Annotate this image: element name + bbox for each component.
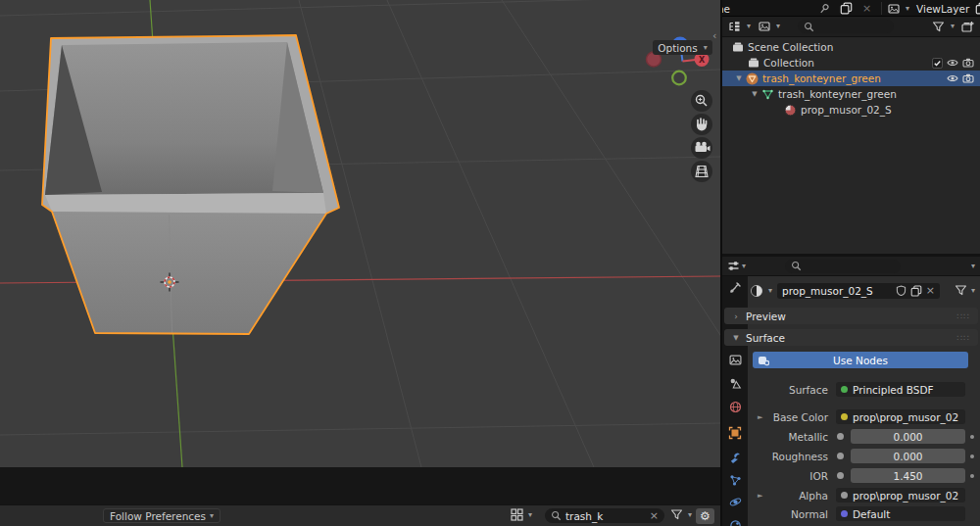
viewport-canvas[interactable]: Z X ‹ [0, 0, 720, 467]
hide-eye-icon[interactable] [947, 72, 958, 84]
model-rim-lip [45, 193, 326, 214]
surface-shader-dropdown[interactable]: Principled BSDF [836, 382, 965, 397]
asset-search-value: trash_k [565, 510, 646, 522]
pin-icon[interactable] [818, 3, 830, 15]
import-method-dropdown[interactable]: Follow Preferences▾ [103, 508, 220, 523]
disable-render-icon[interactable] [962, 72, 974, 84]
gizmo-y-ring[interactable] [672, 72, 686, 85]
animate-dot[interactable] [970, 474, 974, 478]
display-mode-button[interactable]: ▾ [511, 508, 532, 521]
socket-dot-icon[interactable] [837, 433, 844, 440]
zoom-button[interactable] [691, 90, 712, 112]
viewlayer-chevron[interactable]: ▾ [906, 5, 909, 13]
vector-dot-icon [841, 510, 848, 517]
material-filter-button[interactable]: ▾ [955, 284, 975, 297]
search-icon [551, 510, 562, 521]
svg-text:X: X [699, 56, 706, 65]
asset-browser-bar: Follow Preferences▾ ▾ trash_k × ▾ ⚙ [0, 504, 720, 526]
outliner-editor-chevron[interactable]: ▾ [747, 23, 751, 30]
pan-button[interactable] [691, 114, 712, 135]
normal-input[interactable]: Default [836, 506, 965, 521]
collapse-arrow-icon: › [732, 311, 740, 321]
expand-arrow-icon: ▼ [732, 334, 740, 342]
new-collection-icon[interactable] [961, 21, 974, 33]
base-color-row: ► Base Color prop\prop_musor_02 [722, 409, 980, 424]
outliner-row-object-selected[interactable]: ▼ trash_konteyner_green [722, 71, 980, 86]
properties-search-input[interactable] [785, 260, 901, 273]
unlink-material-icon[interactable]: × [926, 285, 935, 296]
alpha-row: ► Alpha prop\prop_musor_02 [722, 488, 980, 502]
disclosure-triangle[interactable]: ▼ [735, 74, 743, 82]
outliner-panel: Scene Collection Collection ▼ trash_kont… [722, 37, 980, 254]
mesh-data-icon [761, 88, 774, 101]
properties-search-icon [791, 261, 802, 271]
outliner-editor-icon[interactable] [728, 21, 741, 33]
copy-material-icon[interactable] [910, 285, 922, 297]
roughness-slider[interactable]: 0.000 [851, 449, 965, 463]
properties-panel: ▾ prop_musor_02_S × ▾ › Preview ∷∷ ▼ Sur… [722, 276, 980, 526]
tab-tool[interactable] [722, 276, 748, 298]
material-name-field[interactable]: prop_musor_02_S × [777, 283, 940, 299]
asset-filter-button[interactable]: ▾ [670, 508, 692, 521]
gear-icon: ⚙ [700, 509, 710, 523]
outliner-row-mesh-data[interactable]: ▼ trash_konteyner_green [722, 86, 980, 102]
roughness-row: Roughness 0.000 [722, 449, 980, 463]
panel-grip[interactable]: ∷∷ [957, 311, 970, 321]
panel-grip[interactable]: ∷∷ [957, 333, 970, 343]
disable-render-icon[interactable] [962, 57, 974, 69]
preview-panel-header[interactable]: › Preview ∷∷ [724, 308, 978, 324]
material-slot-chevron[interactable]: ▾ [768, 287, 772, 295]
outliner-header: ▾ ▾ ▾ [722, 17, 980, 37]
display-mode-icon[interactable] [759, 21, 770, 32]
viewport-nav-buttons [691, 90, 712, 182]
ior-slider[interactable]: 1.450 [851, 468, 965, 483]
options-button[interactable]: Options▾ [653, 40, 712, 55]
material-slot-icon[interactable] [750, 284, 763, 298]
collection-icon [732, 41, 744, 53]
socket-dot-icon[interactable] [837, 472, 844, 479]
clear-search-icon[interactable]: × [650, 510, 659, 521]
outliner-search-icon [804, 22, 814, 32]
animate-dot[interactable] [970, 454, 974, 458]
outliner-row-collection[interactable]: Collection [722, 55, 980, 71]
shader-dot-icon [841, 386, 848, 393]
socket-dot-icon[interactable] [837, 453, 844, 459]
properties-editor-chevron[interactable]: ▾ [742, 263, 746, 270]
viewport-region[interactable]: Z X ‹ [0, 0, 720, 467]
orthographic-grid-button[interactable] [691, 161, 712, 182]
object-origin-dot [168, 280, 172, 284]
outliner-search-input[interactable] [798, 20, 894, 33]
properties-options-chevron[interactable]: ▾ [971, 263, 975, 270]
outliner-filter-icon[interactable] [932, 21, 945, 33]
sidebar-collapse-arrow[interactable]: ‹ [712, 29, 716, 42]
properties-editor-icon[interactable] [727, 260, 740, 272]
camera-view-button[interactable] [691, 137, 712, 159]
copy-scene-icon[interactable] [840, 2, 853, 15]
fake-user-shield-icon[interactable] [896, 285, 906, 296]
outliner-row-scene-collection[interactable]: Scene Collection [722, 39, 980, 55]
exclude-checkbox[interactable] [932, 58, 943, 69]
model-body [52, 212, 326, 334]
trash-container-model[interactable] [42, 35, 339, 334]
tab-view-layer[interactable] [722, 349, 748, 370]
surface-shader-row: Surface Principled BSDF [722, 382, 980, 397]
alpha-input[interactable]: prop\prop_musor_02 [836, 488, 965, 502]
material-icon [784, 104, 797, 117]
unlink-scene-icon[interactable]: × [862, 3, 871, 14]
hide-eye-icon[interactable] [947, 57, 958, 69]
viewlayer-name[interactable]: ViewLayer [916, 3, 971, 15]
copy-viewlayer-icon[interactable] [975, 2, 980, 15]
surface-panel-header[interactable]: ▼ Surface ∷∷ [724, 329, 978, 346]
animate-dot[interactable] [970, 435, 974, 439]
filter-icon [670, 508, 683, 521]
metallic-slider[interactable]: 0.000 [851, 429, 965, 444]
disclosure-triangle[interactable]: ▼ [751, 90, 759, 98]
outliner-row-material[interactable]: prop_musor_02_S [722, 102, 980, 118]
outliner-filter-chevron[interactable]: ▾ [951, 23, 955, 30]
use-nodes-button[interactable]: Use Nodes [753, 352, 968, 368]
viewlayer-icon[interactable] [888, 3, 900, 15]
base-color-input[interactable]: prop\prop_musor_02 [836, 409, 965, 424]
asset-search-input[interactable]: trash_k × [545, 508, 664, 523]
asset-settings-button[interactable]: ⚙ [696, 508, 714, 524]
display-mode-chevron[interactable]: ▾ [776, 23, 780, 30]
